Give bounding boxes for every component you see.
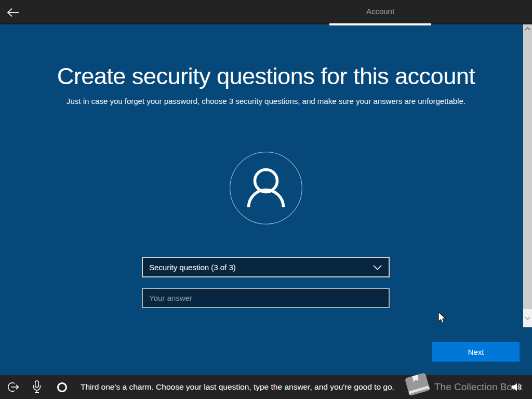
answer-input[interactable] [142,288,390,308]
watermark-label: The Collection Book [434,381,523,393]
back-arrow-icon [6,7,20,18]
security-question-dropdown-value: Security question (3 of 3) [143,263,373,272]
microphone-icon [32,380,42,394]
page-title: Create security questions for this accou… [0,63,532,90]
top-bar: Account [0,0,532,24]
chevron-up-icon [525,27,530,31]
ease-of-access-icon [6,381,20,393]
scrollbar-up-button[interactable] [523,24,532,33]
page-subtitle: Just in case you forget your password, c… [0,97,532,105]
ease-of-access-button[interactable] [6,381,20,393]
listening-ring-icon [57,382,68,393]
main-content: Create security questions for this accou… [0,24,532,375]
tab-label: Account [329,0,431,23]
tab-active-indicator [329,23,431,25]
security-question-dropdown[interactable]: Security question (3 of 3) [142,257,390,277]
next-button[interactable]: Next [432,342,520,362]
tab-account: Account [329,0,431,24]
assistant-bar: Third one's a charm. Choose your last qu… [0,375,532,399]
vertical-scrollbar[interactable] [523,24,532,327]
speaker-button[interactable] [511,382,523,392]
microphone-button[interactable] [32,380,42,394]
chevron-down-icon [525,316,530,320]
user-avatar-icon [230,152,302,224]
oobe-security-questions-screen: Account Create security questions for th… [0,0,532,399]
mouse-cursor [438,312,447,325]
scrollbar-down-button[interactable] [523,309,532,327]
avatar [230,152,302,224]
speaker-icon [511,382,523,392]
book-watermark-icon [402,370,433,399]
chevron-down-icon [373,265,382,270]
back-button[interactable] [5,5,21,20]
assistant-caption: Third one's a charm. Choose your last qu… [81,375,394,399]
